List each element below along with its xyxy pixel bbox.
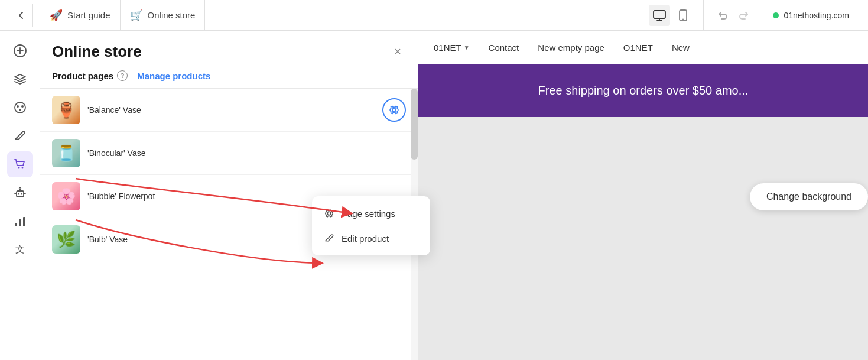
online-store-label: Online store — [148, 10, 196, 20]
sidebar-item-edit[interactable] — [7, 123, 33, 149]
change-background-button[interactable]: Change background — [750, 183, 868, 210]
start-guide-nav[interactable]: 🚀 Start guide — [40, 0, 121, 31]
panel-header: Online store × — [40, 31, 418, 70]
svg-point-12 — [18, 193, 19, 195]
sidebar-item-add[interactable] — [7, 38, 33, 64]
product-thumb-bubble: 🌸 — [52, 182, 80, 210]
manage-products-link[interactable]: Manage products — [137, 71, 210, 81]
svg-rect-14 — [15, 223, 17, 226]
sidebar-item-analytics[interactable] — [7, 208, 33, 234]
svg-point-11 — [19, 188, 21, 190]
svg-rect-16 — [23, 217, 25, 226]
sidebar-item-translate[interactable]: 文 — [7, 236, 33, 262]
product-pages-label: Product pages ? — [52, 70, 128, 81]
panel-close-button[interactable]: × — [389, 44, 406, 60]
svg-point-9 — [21, 167, 23, 169]
canvas-banner: Free shipping on orders over $50 amo... — [418, 64, 868, 117]
undo-redo-group — [704, 0, 763, 31]
scrollbar-thumb[interactable] — [411, 89, 418, 160]
svg-point-8 — [18, 167, 19, 169]
panel: Online store × Product pages ? Manage pr… — [40, 31, 418, 360]
svg-point-6 — [21, 105, 24, 108]
svg-point-13 — [21, 193, 22, 195]
panel-subheader: Product pages ? Manage products — [40, 70, 418, 89]
back-button[interactable] — [9, 4, 33, 27]
product-item-binocular[interactable]: 🫙 'Binocular' Vase — [40, 132, 418, 175]
change-background-label: Change background — [766, 192, 851, 202]
svg-point-2 — [682, 18, 684, 20]
svg-rect-15 — [19, 219, 21, 226]
product-thumb-bulb: 🌿 — [52, 225, 80, 254]
nav-item-new-empty-page[interactable]: New empty page — [534, 43, 608, 53]
topbar: 🚀 Start guide 🛒 Online store 01nethostin… — [0, 0, 868, 31]
svg-point-4 — [15, 102, 25, 113]
product-gear-balance[interactable] — [382, 98, 406, 122]
site-info: 01nethosting.com — [763, 11, 859, 20]
site-status-dot — [773, 12, 779, 18]
banner-text: Free shipping on orders over $50 amo... — [538, 84, 749, 98]
page-settings-label: Page settings — [342, 209, 395, 219]
start-guide-icon: 🚀 — [50, 9, 63, 22]
online-store-nav[interactable]: 🛒 Online store — [121, 0, 206, 31]
site-name: 01nethosting.com — [784, 11, 849, 20]
mobile-view-button[interactable] — [672, 5, 694, 26]
nav-item-01net[interactable]: 01NET ▼ — [430, 43, 473, 53]
product-item-balance[interactable]: 🏺 'Balance' Vase — [40, 89, 418, 132]
help-icon[interactable]: ? — [117, 70, 128, 81]
sidebar-item-store[interactable] — [7, 151, 33, 177]
sidebar-item-design[interactable] — [7, 95, 33, 121]
edit-product-menu-item[interactable]: Edit product — [312, 226, 430, 251]
svg-rect-10 — [17, 191, 24, 197]
product-thumb-binocular: 🫙 — [52, 139, 80, 167]
product-name-balance: 'Balance' Vase — [87, 105, 375, 115]
canvas-nav: 01NET ▼ Contact New empty page O1NET New — [418, 31, 868, 64]
svg-point-7 — [19, 109, 21, 111]
redo-button[interactable] — [734, 6, 753, 25]
nav-item-contact[interactable]: Contact — [485, 43, 523, 53]
svg-rect-0 — [654, 11, 665, 18]
page-settings-menu-item[interactable]: Page settings — [312, 201, 430, 226]
start-guide-label: Start guide — [67, 10, 110, 20]
product-name-binocular: 'Binocular' Vase — [87, 148, 406, 158]
store-icon: 🛒 — [130, 9, 143, 22]
main-layout: 文 Online store × Product pages ? Manage … — [0, 31, 868, 360]
panel-title: Online store — [52, 43, 142, 61]
left-sidebar: 文 — [0, 31, 40, 360]
nav-item-o1net[interactable]: O1NET — [620, 43, 656, 53]
sidebar-item-layers[interactable] — [7, 66, 33, 92]
edit-product-label: Edit product — [342, 233, 389, 244]
desktop-view-button[interactable] — [649, 5, 670, 26]
nav-chevron-01net: ▼ — [464, 44, 470, 51]
device-switcher — [639, 0, 704, 31]
context-menu: Page settings Edit product — [312, 196, 430, 255]
product-thumb-balance: 🏺 — [52, 96, 80, 124]
sidebar-item-bot[interactable] — [7, 180, 33, 206]
nav-item-new[interactable]: New — [668, 43, 693, 53]
undo-button[interactable] — [713, 6, 732, 25]
canvas-area: 01NET ▼ Contact New empty page O1NET New… — [418, 31, 868, 360]
svg-point-5 — [17, 105, 19, 108]
